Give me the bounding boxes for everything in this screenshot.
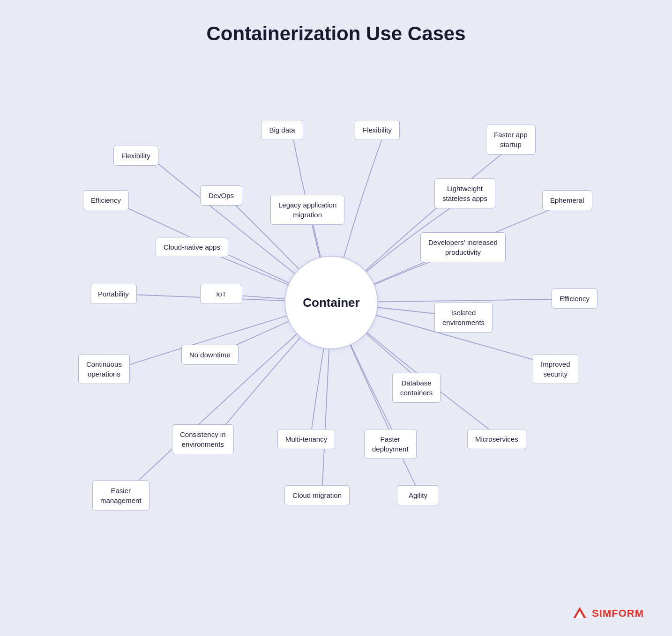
center-node: Container — [284, 256, 378, 349]
node-legacy_app: Legacy applicationmigration — [270, 195, 344, 225]
node-agility: Agility — [397, 485, 439, 505]
node-efficiency_left: Efficiency — [83, 190, 129, 210]
node-efficiency_right: Efficiency — [552, 288, 597, 309]
node-big_data: Big data — [261, 120, 303, 140]
logo: SIMFORM — [571, 605, 644, 622]
node-iot: IoT — [200, 284, 242, 304]
node-consistency: Consistency inenvironments — [172, 424, 234, 454]
node-ephemeral: Ephemeral — [542, 190, 592, 210]
node-easier_management: Easiermanagement — [92, 481, 149, 510]
page-title: Containerization Use Cases — [206, 22, 465, 45]
node-dev_productivity: Developers' increasedproductivity — [420, 232, 506, 262]
mind-map-diagram: Container FlexibilityBig dataFlexibility… — [55, 54, 617, 569]
node-portability: Portability — [90, 284, 137, 304]
logo-text: SIMFORM — [592, 607, 644, 620]
node-flexibility_top: Flexibility — [355, 120, 400, 140]
node-cloud_migration: Cloud migration — [284, 485, 350, 505]
node-flexibility_left: Flexibility — [113, 146, 158, 166]
node-devops: DevOps — [200, 185, 242, 206]
node-microservices: Microservices — [467, 429, 526, 449]
node-improved_security: Improvedsecurity — [533, 354, 578, 384]
node-lightweight: Lightweightstateless apps — [434, 178, 495, 208]
node-isolated_env: Isolatedenvironments — [434, 303, 493, 333]
node-cloud_native: Cloud-native apps — [156, 237, 228, 257]
node-continuous_ops: Continuousoperations — [78, 354, 130, 384]
node-multi_tenancy: Multi-tenancy — [277, 429, 335, 449]
node-faster_app_startup: Faster appstartup — [486, 125, 536, 155]
simform-logo-icon — [571, 605, 588, 622]
node-faster_deployment: Fasterdeployment — [364, 429, 417, 459]
node-no_downtime: No downtime — [181, 345, 239, 365]
node-database_containers: Databasecontainers — [392, 373, 441, 403]
